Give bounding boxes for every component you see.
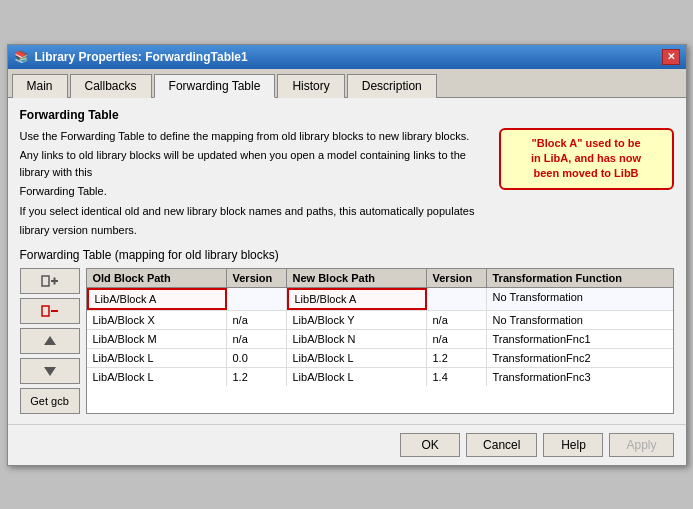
cell-transform-0: No Transformation [487,288,673,310]
cell-old-path-4[interactable]: LibA/Block L [87,368,227,386]
cell-old-path-0[interactable]: LibA/Block A [87,288,227,310]
table-row[interactable]: LibA/Block L 0.0 LibA/Block L 1.2 Transf… [87,349,673,368]
tab-main[interactable]: Main [12,74,68,98]
tab-description[interactable]: Description [347,74,437,98]
desc-line-2: Any links to old library blocks will be … [20,147,489,180]
cell-new-path-1[interactable]: LibA/Block Y [287,311,427,329]
cell-old-path-3[interactable]: LibA/Block L [87,349,227,367]
cell-old-ver-4: 1.2 [227,368,287,386]
help-button[interactable]: Help [543,433,603,457]
add-row-button[interactable] [20,268,80,294]
move-up-icon [40,333,60,349]
table-row[interactable]: LibA/Block M n/a LibA/Block N n/a Transf… [87,330,673,349]
cell-new-ver-3: 1.2 [427,349,487,367]
table-header: Old Block Path Version New Block Path Ve… [87,269,673,288]
cell-new-ver-0 [427,288,487,310]
remove-row-icon [40,303,60,319]
tab-content: Forwarding Table Use the Forwarding Tabl… [8,98,686,424]
close-button[interactable]: ✕ [662,49,680,65]
move-down-button[interactable] [20,358,80,384]
move-down-icon [40,363,60,379]
main-window: 📚 Library Properties: ForwardingTable1 ✕… [7,44,687,466]
cell-old-ver-0 [227,288,287,310]
cancel-button[interactable]: Cancel [466,433,537,457]
description-area: Use the Forwarding Table to define the m… [20,128,674,238]
svg-marker-5 [44,336,56,345]
get-gcb-button[interactable]: Get gcb [20,388,80,414]
desc-line-4: If you select identical old and new libr… [20,203,489,220]
tab-bar: Main Callbacks Forwarding Table History … [8,69,686,98]
table-section-title: Forwarding Table (mapping for old librar… [20,248,674,262]
cell-transform-1: No Transformation [487,311,673,329]
desc-line-3: Forwarding Table. [20,183,489,200]
table-row[interactable]: LibA/Block A LibB/Block A No Transformat… [87,288,673,311]
cell-old-path-1[interactable]: LibA/Block X [87,311,227,329]
callout-bubble: "Block A" used to be in LibA, and has no… [499,128,674,190]
table-row[interactable]: LibA/Block L 1.2 LibA/Block L 1.4 Transf… [87,368,673,386]
cell-transform-3: TransformationFnc2 [487,349,673,367]
cell-new-path-3[interactable]: LibA/Block L [287,349,427,367]
title-bar: 📚 Library Properties: ForwardingTable1 ✕ [8,45,686,69]
window-title: Library Properties: ForwardingTable1 [35,50,248,64]
cell-old-ver-3: 0.0 [227,349,287,367]
tab-callbacks[interactable]: Callbacks [70,74,152,98]
cell-new-path-2[interactable]: LibA/Block N [287,330,427,348]
header-transform: Transformation Function [487,269,673,287]
header-old-path: Old Block Path [87,269,227,287]
table-area: Get gcb Old Block Path Version New Block… [20,268,674,414]
cell-transform-2: TransformationFnc1 [487,330,673,348]
table-row[interactable]: LibA/Block X n/a LibA/Block Y n/a No Tra… [87,311,673,330]
apply-button[interactable]: Apply [609,433,673,457]
section-title: Forwarding Table [20,108,674,122]
table-body: LibA/Block A LibB/Block A No Transformat… [87,288,673,386]
ok-button[interactable]: OK [400,433,460,457]
move-up-button[interactable] [20,328,80,354]
cell-old-path-2[interactable]: LibA/Block M [87,330,227,348]
cell-new-path-0[interactable]: LibB/Block A [287,288,427,310]
remove-row-button[interactable] [20,298,80,324]
table-side-buttons: Get gcb [20,268,80,414]
header-new-ver: Version [427,269,487,287]
svg-rect-0 [42,276,49,286]
forwarding-table: Old Block Path Version New Block Path Ve… [86,268,674,414]
add-row-icon [40,273,60,289]
desc-line-5: library version numbers. [20,222,489,238]
desc-line-1: Use the Forwarding Table to define the m… [20,128,489,145]
tab-history[interactable]: History [277,74,344,98]
cell-new-ver-4: 1.4 [427,368,487,386]
cell-new-path-4[interactable]: LibA/Block L [287,368,427,386]
tab-forwarding-table[interactable]: Forwarding Table [154,74,276,98]
cell-new-ver-1: n/a [427,311,487,329]
header-old-ver: Version [227,269,287,287]
svg-marker-6 [44,367,56,376]
cell-new-ver-2: n/a [427,330,487,348]
title-bar-left: 📚 Library Properties: ForwardingTable1 [14,50,248,64]
header-new-path: New Block Path [287,269,427,287]
window-icon: 📚 [14,50,29,64]
callout-text: "Block A" used to be in LibA, and has no… [531,137,641,180]
cell-transform-4: TransformationFnc3 [487,368,673,386]
cell-old-ver-2: n/a [227,330,287,348]
svg-rect-3 [42,306,49,316]
cell-old-ver-1: n/a [227,311,287,329]
bottom-bar: OK Cancel Help Apply [8,424,686,465]
